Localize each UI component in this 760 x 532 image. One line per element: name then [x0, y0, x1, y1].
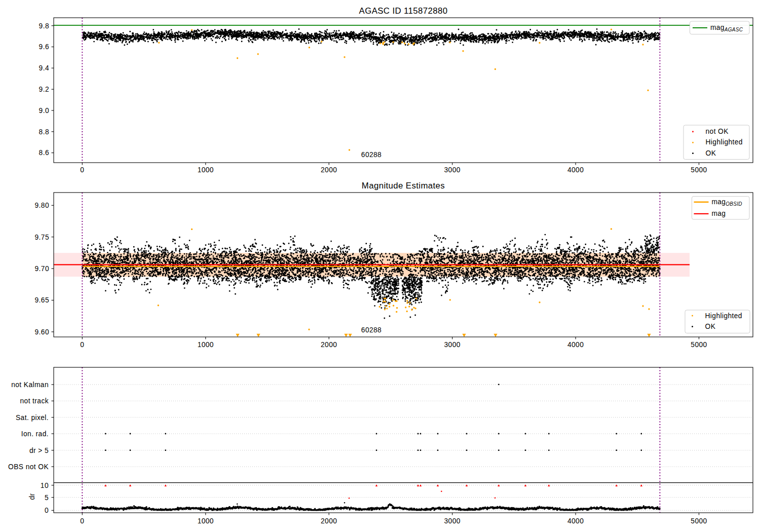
svg-text:OK: OK: [706, 149, 716, 157]
svg-text:9.2: 9.2: [39, 86, 49, 93]
svg-text:mag: mag: [712, 210, 726, 217]
svg-text:AGASC ID 115872880: AGASC ID 115872880: [359, 6, 448, 16]
svg-text:2000: 2000: [321, 341, 337, 349]
svg-text:5: 5: [45, 494, 49, 502]
svg-text:9.80: 9.80: [35, 202, 49, 209]
svg-text:60288: 60288: [361, 151, 382, 159]
svg-text:9.70: 9.70: [35, 265, 49, 273]
svg-text:Highlighted: Highlighted: [705, 312, 742, 320]
svg-text:4000: 4000: [567, 166, 584, 174]
svg-text:1000: 1000: [198, 341, 214, 349]
svg-text:dr > 5: dr > 5: [29, 447, 49, 454]
svg-text:10: 10: [41, 482, 49, 489]
svg-text:4000: 4000: [567, 341, 584, 349]
svg-text:0: 0: [45, 507, 49, 514]
svg-text:3000: 3000: [444, 341, 461, 349]
svg-text:9.65: 9.65: [35, 296, 49, 304]
svg-text:dr: dr: [28, 493, 36, 500]
svg-text:Magnitude Estimates: Magnitude Estimates: [362, 181, 445, 191]
svg-text:Highlighted: Highlighted: [706, 138, 743, 146]
svg-text:1000: 1000: [198, 517, 214, 525]
svg-text:9.4: 9.4: [39, 64, 49, 72]
svg-text:4000: 4000: [567, 517, 584, 525]
svg-text:9.6: 9.6: [39, 43, 49, 51]
svg-text:not track: not track: [20, 397, 49, 405]
svg-text:8.6: 8.6: [39, 149, 49, 157]
svg-text:2000: 2000: [321, 517, 337, 525]
svg-text:0: 0: [80, 341, 84, 349]
svg-text:8.8: 8.8: [39, 128, 49, 136]
svg-text:0: 0: [80, 166, 84, 174]
svg-text:9.75: 9.75: [35, 234, 49, 241]
svg-text:OK: OK: [705, 323, 716, 330]
svg-text:2000: 2000: [321, 166, 337, 174]
svg-text:Ion. rad.: Ion. rad.: [21, 430, 49, 438]
svg-text:9.0: 9.0: [39, 107, 49, 115]
svg-text:OBS not OK: OBS not OK: [8, 463, 49, 471]
svg-text:60288: 60288: [361, 326, 382, 334]
svg-text:not Kalman: not Kalman: [11, 381, 49, 389]
svg-text:9.60: 9.60: [35, 328, 49, 336]
svg-text:not OK: not OK: [706, 128, 729, 135]
svg-text:1000: 1000: [198, 166, 214, 174]
svg-text:0: 0: [80, 517, 84, 525]
svg-text:Sat. pixel.: Sat. pixel.: [16, 414, 49, 422]
svg-text:9.8: 9.8: [39, 22, 49, 30]
svg-text:5000: 5000: [691, 341, 707, 349]
svg-text:3000: 3000: [444, 517, 461, 525]
svg-text:5000: 5000: [691, 166, 707, 174]
svg-text:5000: 5000: [691, 517, 707, 525]
svg-text:3000: 3000: [444, 166, 461, 174]
